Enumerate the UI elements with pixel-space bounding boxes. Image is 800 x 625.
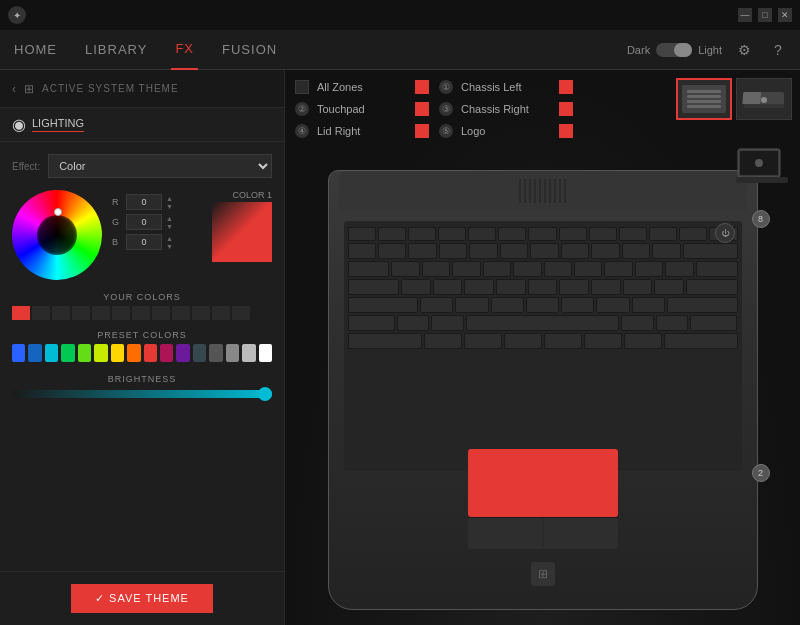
your-color-5[interactable] bbox=[92, 306, 110, 320]
zone-chassis-left-color[interactable] bbox=[559, 80, 573, 94]
effect-select[interactable]: Color Breathing Rainbow bbox=[48, 154, 272, 178]
key-i bbox=[604, 261, 632, 277]
key-row-asdf bbox=[348, 279, 738, 295]
b-input[interactable]: 0 bbox=[126, 234, 162, 250]
your-color-3[interactable] bbox=[52, 306, 70, 320]
zone-all-zones-color[interactable] bbox=[415, 80, 429, 94]
back-icon[interactable]: ‹ bbox=[12, 82, 16, 96]
r-label: R bbox=[112, 197, 122, 207]
preset-9[interactable] bbox=[144, 344, 157, 362]
preset-6[interactable] bbox=[94, 344, 107, 362]
key-f3 bbox=[438, 227, 466, 241]
vent-2 bbox=[524, 179, 526, 203]
app-logo: ✦ bbox=[8, 6, 26, 24]
your-color-8[interactable] bbox=[152, 306, 170, 320]
nav-home[interactable]: HOME bbox=[10, 30, 61, 70]
key-0 bbox=[652, 243, 680, 259]
toggle-track[interactable] bbox=[656, 43, 692, 57]
zone-all-zones-checkbox[interactable] bbox=[295, 80, 309, 94]
zone-chassis-right-num: ③ bbox=[439, 102, 453, 116]
preset-13[interactable] bbox=[209, 344, 222, 362]
lighting-tab[interactable]: ◉ LIGHTING bbox=[0, 108, 284, 142]
svg-point-3 bbox=[761, 97, 767, 103]
preset-1[interactable] bbox=[12, 344, 25, 362]
key-enter2 bbox=[686, 279, 738, 295]
nav-fx[interactable]: FX bbox=[171, 30, 198, 70]
preset-4[interactable] bbox=[61, 344, 74, 362]
key-row-f bbox=[348, 227, 738, 241]
key-c bbox=[491, 297, 524, 313]
preset-7[interactable] bbox=[111, 344, 124, 362]
your-color-1[interactable] bbox=[12, 306, 30, 320]
preset-15[interactable] bbox=[242, 344, 255, 362]
power-button[interactable]: ⏻ bbox=[715, 223, 735, 243]
preset-5[interactable] bbox=[78, 344, 91, 362]
close-button[interactable]: ✕ bbox=[778, 8, 792, 22]
side-view-svg bbox=[742, 84, 786, 114]
key-lshift bbox=[348, 297, 419, 313]
zone-chassis-right-color[interactable] bbox=[559, 102, 573, 116]
zone-lid-right-color[interactable] bbox=[415, 124, 429, 138]
keyboard-area bbox=[344, 221, 742, 471]
preset-colors-label: PRESET COLORS bbox=[12, 330, 272, 340]
brightness-thumb[interactable] bbox=[258, 387, 272, 401]
zone-touchpad-color[interactable] bbox=[415, 102, 429, 116]
svg-rect-7 bbox=[736, 177, 788, 183]
side-view-thumb[interactable] bbox=[736, 78, 792, 120]
laptop-illustration: ⊞ ⏻ 2 8 bbox=[328, 130, 758, 625]
minimize-button[interactable]: — bbox=[738, 8, 752, 22]
window-controls: — □ ✕ bbox=[738, 8, 792, 22]
your-color-11[interactable] bbox=[212, 306, 230, 320]
g-input[interactable]: 0 bbox=[126, 214, 162, 230]
b-up[interactable]: ▲ bbox=[166, 235, 173, 242]
r-down[interactable]: ▼ bbox=[166, 203, 173, 210]
key-d bbox=[464, 279, 494, 295]
your-color-2[interactable] bbox=[32, 306, 50, 320]
color1-preview-inner bbox=[212, 202, 272, 262]
nav-library[interactable]: LIBRARY bbox=[81, 30, 151, 70]
preset-11[interactable] bbox=[176, 344, 189, 362]
b-down[interactable]: ▼ bbox=[166, 243, 173, 250]
your-color-4[interactable] bbox=[72, 306, 90, 320]
key-ralt bbox=[621, 315, 653, 331]
maximize-button[interactable]: □ bbox=[758, 8, 772, 22]
nav-fusion[interactable]: FUSION bbox=[218, 30, 281, 70]
tab-lighting-label: LIGHTING bbox=[32, 117, 84, 132]
r-input[interactable]: 0 bbox=[126, 194, 162, 210]
theme-toggle[interactable]: Dark Light bbox=[627, 43, 722, 57]
preset-2[interactable] bbox=[28, 344, 41, 362]
key-4 bbox=[469, 243, 497, 259]
your-color-6[interactable] bbox=[112, 306, 130, 320]
your-color-10[interactable] bbox=[192, 306, 210, 320]
your-color-7[interactable] bbox=[132, 306, 150, 320]
your-color-9[interactable] bbox=[172, 306, 190, 320]
preset-8[interactable] bbox=[127, 344, 140, 362]
key-t bbox=[513, 261, 541, 277]
help-icon-btn[interactable]: ? bbox=[766, 38, 790, 62]
effect-row: Effect: Color Breathing Rainbow bbox=[12, 154, 272, 178]
r-up[interactable]: ▲ bbox=[166, 195, 173, 202]
color1-preview[interactable] bbox=[212, 202, 272, 262]
touchpad-left-btn[interactable] bbox=[468, 518, 542, 549]
preset-14[interactable] bbox=[226, 344, 239, 362]
key-alt bbox=[431, 315, 463, 331]
color-wheel-container[interactable] bbox=[12, 190, 102, 280]
settings-icon-btn[interactable]: ⚙ bbox=[732, 38, 756, 62]
key-5 bbox=[500, 243, 528, 259]
g-up[interactable]: ▲ bbox=[166, 215, 173, 222]
zone-logo-color[interactable] bbox=[559, 124, 573, 138]
top-view-thumb[interactable] bbox=[676, 78, 732, 120]
preset-10[interactable] bbox=[160, 344, 173, 362]
color-wheel[interactable] bbox=[12, 190, 102, 280]
r-row: R 0 ▲ ▼ bbox=[112, 194, 202, 210]
brightness-track[interactable] bbox=[12, 390, 272, 398]
touchpad-zone[interactable] bbox=[468, 449, 618, 517]
preset-3[interactable] bbox=[45, 344, 58, 362]
g-down[interactable]: ▼ bbox=[166, 223, 173, 230]
preset-12[interactable] bbox=[193, 344, 206, 362]
your-color-12[interactable] bbox=[232, 306, 250, 320]
preset-16[interactable] bbox=[259, 344, 272, 362]
preset-colors-row bbox=[12, 344, 272, 362]
touchpad-right-btn[interactable] bbox=[544, 518, 618, 549]
save-theme-button[interactable]: ✓ SAVE THEME bbox=[71, 584, 213, 613]
